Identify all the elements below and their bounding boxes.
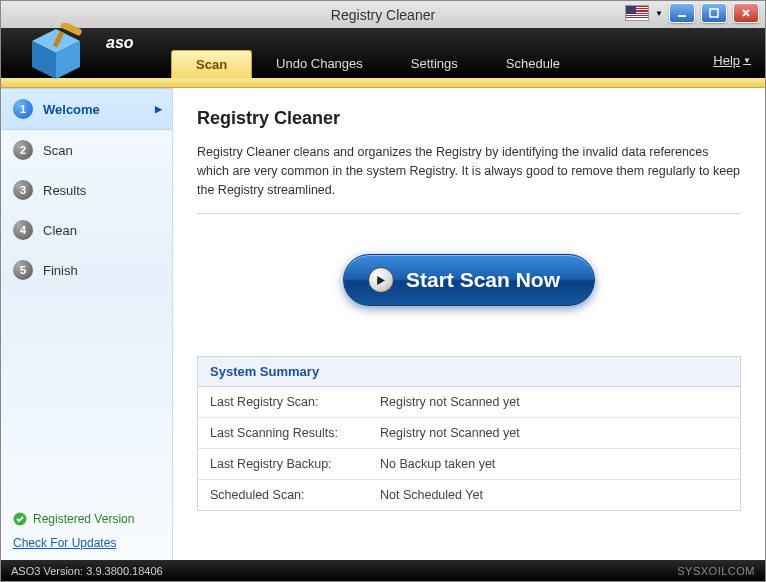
version-label: ASO3 Version: 3.9.3800.18406 — [11, 565, 163, 577]
brand-label: aso — [106, 34, 134, 52]
main-content: Registry Cleaner Registry Cleaner cleans… — [173, 88, 765, 560]
sidebar-step-results[interactable]: 3 Results — [1, 170, 172, 210]
tab-undo-changes[interactable]: Undo Changes — [252, 50, 387, 78]
step-number: 1 — [13, 99, 33, 119]
summary-row: Last Registry Scan:Registry not Scanned … — [198, 387, 740, 418]
summary-value: No Backup taken yet — [380, 457, 495, 471]
tab-settings[interactable]: Settings — [387, 50, 482, 78]
divider — [197, 213, 741, 214]
sidebar-step-finish[interactable]: 5 Finish — [1, 250, 172, 290]
summary-row: Scheduled Scan:Not Scheduled Yet — [198, 480, 740, 510]
sidebar-step-clean[interactable]: 4 Clean — [1, 210, 172, 250]
app-logo — [11, 18, 101, 88]
summary-row: Last Scanning Results:Registry not Scann… — [198, 418, 740, 449]
titlebar: Registry Cleaner ▼ — [0, 0, 766, 28]
chevron-down-icon: ▼ — [655, 9, 663, 18]
step-number: 5 — [13, 260, 33, 280]
check-updates-link[interactable]: Check For Updates — [13, 536, 160, 550]
summary-value: Registry not Scanned yet — [380, 395, 520, 409]
summary-key: Last Registry Backup: — [210, 457, 380, 471]
svg-rect-0 — [678, 15, 686, 17]
check-circle-icon — [13, 512, 27, 526]
summary-value: Registry not Scanned yet — [380, 426, 520, 440]
step-label: Results — [43, 183, 86, 198]
play-icon — [368, 267, 394, 293]
watermark: SYSXOILCOM — [677, 565, 755, 577]
sidebar-step-scan[interactable]: 2 Scan — [1, 130, 172, 170]
summary-value: Not Scheduled Yet — [380, 488, 483, 502]
maximize-button[interactable] — [701, 3, 727, 23]
system-summary-panel: System Summary Last Registry Scan:Regist… — [197, 356, 741, 511]
sidebar-step-welcome[interactable]: 1 Welcome — [1, 88, 172, 130]
language-flag-button[interactable] — [625, 5, 649, 21]
system-summary-heading: System Summary — [198, 357, 740, 387]
step-number: 4 — [13, 220, 33, 240]
tab-scan[interactable]: Scan — [171, 50, 252, 78]
close-button[interactable] — [733, 3, 759, 23]
summary-key: Last Scanning Results: — [210, 426, 380, 440]
summary-row: Last Registry Backup:No Backup taken yet — [198, 449, 740, 480]
help-label: Help — [713, 53, 740, 68]
help-menu[interactable]: Help ▼ — [713, 53, 751, 68]
start-scan-button[interactable]: Start Scan Now — [343, 254, 595, 306]
summary-key: Scheduled Scan: — [210, 488, 380, 502]
tab-schedule[interactable]: Schedule — [482, 50, 584, 78]
registered-text: Registered Version — [33, 512, 134, 526]
header: aso Scan Undo Changes Settings Schedule … — [0, 28, 766, 78]
svg-marker-8 — [378, 276, 386, 285]
page-description: Registry Cleaner cleans and organizes th… — [197, 143, 741, 199]
sidebar: 1 Welcome 2 Scan 3 Results 4 Clean 5 Fin… — [1, 88, 173, 560]
step-label: Clean — [43, 223, 77, 238]
step-number: 3 — [13, 180, 33, 200]
page-title: Registry Cleaner — [197, 108, 741, 129]
summary-key: Last Registry Scan: — [210, 395, 380, 409]
step-number: 2 — [13, 140, 33, 160]
main-tabs: Scan Undo Changes Settings Schedule — [171, 50, 584, 78]
start-scan-label: Start Scan Now — [406, 268, 560, 292]
svg-rect-1 — [710, 9, 718, 17]
registered-version-label: Registered Version — [13, 512, 160, 526]
chevron-down-icon: ▼ — [743, 56, 751, 65]
step-label: Finish — [43, 263, 78, 278]
accent-bar — [0, 78, 766, 88]
step-label: Scan — [43, 143, 73, 158]
step-label: Welcome — [43, 102, 100, 117]
minimize-button[interactable] — [669, 3, 695, 23]
statusbar: ASO3 Version: 3.9.3800.18406 SYSXOILCOM — [0, 560, 766, 582]
